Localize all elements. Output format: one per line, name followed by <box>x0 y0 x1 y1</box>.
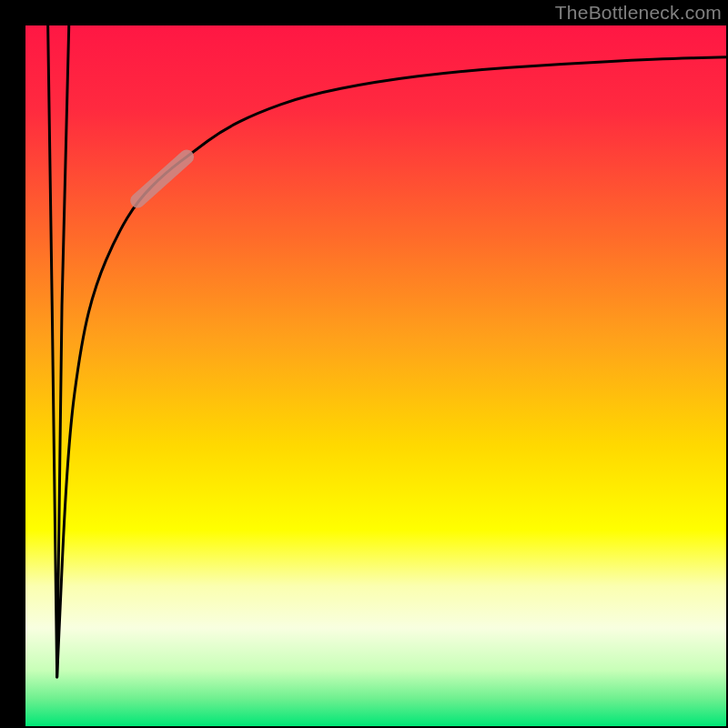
plot-background <box>25 25 726 726</box>
attribution-label: TheBottleneck.com <box>555 2 722 24</box>
chart-svg <box>0 0 728 728</box>
chart-container: TheBottleneck.com <box>0 0 728 728</box>
